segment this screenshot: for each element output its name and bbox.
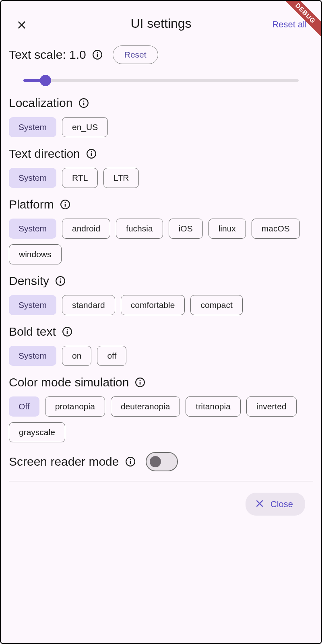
section-platform: Platform SystemandroidfuchsiaiOSlinuxmac…: [9, 198, 313, 264]
color-mode-chips: Offprotanopiadeuteranopiatritanopiainver…: [9, 396, 313, 442]
close-button-label: Close: [270, 499, 293, 510]
info-icon[interactable]: [60, 199, 71, 210]
bold-text-chips: Systemonoff: [9, 346, 313, 366]
platform-chips: SystemandroidfuchsiaiOSlinuxmacOSwindows: [9, 219, 313, 264]
text-direction-label: Text direction: [9, 147, 80, 161]
section-text-direction: Text direction SystemRTLLTR: [9, 147, 313, 188]
bold-text-chip-off[interactable]: off: [97, 346, 126, 366]
bold-text-chip-system[interactable]: System: [9, 346, 56, 366]
localization-chip-system[interactable]: System: [9, 117, 56, 137]
color-mode-chip-protanopia[interactable]: protanopia: [45, 396, 105, 417]
bold-text-chip-on[interactable]: on: [62, 346, 91, 366]
svg-point-7: [64, 202, 66, 203]
section-color-mode: Color mode simulation Offprotanopiadeute…: [9, 376, 313, 442]
footer: Close: [9, 493, 313, 516]
platform-label: Platform: [9, 198, 54, 211]
info-icon[interactable]: [92, 49, 103, 60]
color-mode-chip-inverted[interactable]: inverted: [246, 396, 297, 417]
density-chips: Systemstandardcomfortablecompact: [9, 295, 313, 315]
density-label: Density: [9, 274, 49, 288]
density-chip-compact[interactable]: compact: [190, 295, 242, 315]
platform-chip-windows[interactable]: windows: [9, 244, 62, 264]
info-icon[interactable]: [134, 377, 146, 388]
text-direction-chip-system[interactable]: System: [9, 168, 56, 188]
localization-label: Localization: [9, 96, 72, 110]
reset-all-link[interactable]: Reset all: [272, 19, 307, 30]
info-icon[interactable]: [55, 275, 66, 287]
text-direction-chip-rtl[interactable]: RTL: [62, 168, 98, 188]
text-direction-chip-ltr[interactable]: LTR: [103, 168, 139, 188]
text-scale-slider[interactable]: [23, 79, 299, 82]
section-text-scale: Text scale: 1.0 Reset: [9, 45, 313, 87]
text-scale-reset-button[interactable]: Reset: [113, 45, 158, 64]
color-mode-chip-tritanopia[interactable]: tritanopia: [186, 396, 240, 417]
section-localization: Localization Systemen_US: [9, 96, 313, 137]
platform-chip-fuchsia[interactable]: fuchsia: [116, 219, 163, 239]
platform-chip-linux[interactable]: linux: [208, 219, 246, 239]
color-mode-chip-grayscale[interactable]: grayscale: [9, 422, 65, 442]
platform-chip-android[interactable]: android: [62, 219, 110, 239]
close-icon[interactable]: [15, 19, 28, 31]
svg-point-9: [60, 279, 61, 280]
localization-chips: Systemen_US: [9, 117, 313, 137]
bold-text-label: Bold text: [9, 325, 56, 339]
density-chip-system[interactable]: System: [9, 295, 56, 315]
svg-point-15: [130, 459, 131, 460]
density-chip-standard[interactable]: standard: [62, 295, 115, 315]
switch-knob: [150, 456, 161, 467]
svg-point-13: [140, 380, 141, 381]
text-direction-chips: SystemRTLLTR: [9, 168, 313, 188]
close-button[interactable]: Close: [246, 493, 305, 516]
slider-thumb[interactable]: [40, 75, 51, 86]
svg-point-5: [91, 151, 92, 153]
header: UI settings Reset all: [1, 1, 321, 41]
platform-chip-system[interactable]: System: [9, 219, 56, 239]
platform-chip-macos[interactable]: macOS: [252, 219, 300, 239]
color-mode-label: Color mode simulation: [9, 376, 129, 389]
svg-point-11: [66, 329, 68, 330]
text-scale-label: Text scale: 1.0: [9, 48, 86, 62]
section-screen-reader: Screen reader mode: [9, 452, 313, 471]
svg-point-1: [97, 52, 98, 54]
info-icon[interactable]: [62, 326, 73, 337]
color-mode-chip-deuteranopia[interactable]: deuteranopia: [111, 396, 180, 417]
info-icon[interactable]: [86, 148, 97, 159]
localization-chip-en-us[interactable]: en_US: [62, 117, 108, 137]
section-bold-text: Bold text Systemonoff: [9, 325, 313, 366]
page-title: UI settings: [10, 16, 312, 31]
info-icon[interactable]: [125, 456, 136, 467]
color-mode-chip-off[interactable]: Off: [9, 396, 39, 417]
screen-reader-switch[interactable]: [146, 452, 178, 471]
info-icon[interactable]: [78, 97, 89, 109]
screen-reader-label: Screen reader mode: [9, 455, 119, 469]
close-icon: [254, 498, 265, 510]
divider: [9, 481, 313, 481]
density-chip-comfortable[interactable]: comfortable: [121, 295, 185, 315]
platform-chip-ios[interactable]: iOS: [169, 219, 203, 239]
section-density: Density Systemstandardcomfortablecompact: [9, 274, 313, 315]
svg-point-3: [83, 101, 85, 102]
